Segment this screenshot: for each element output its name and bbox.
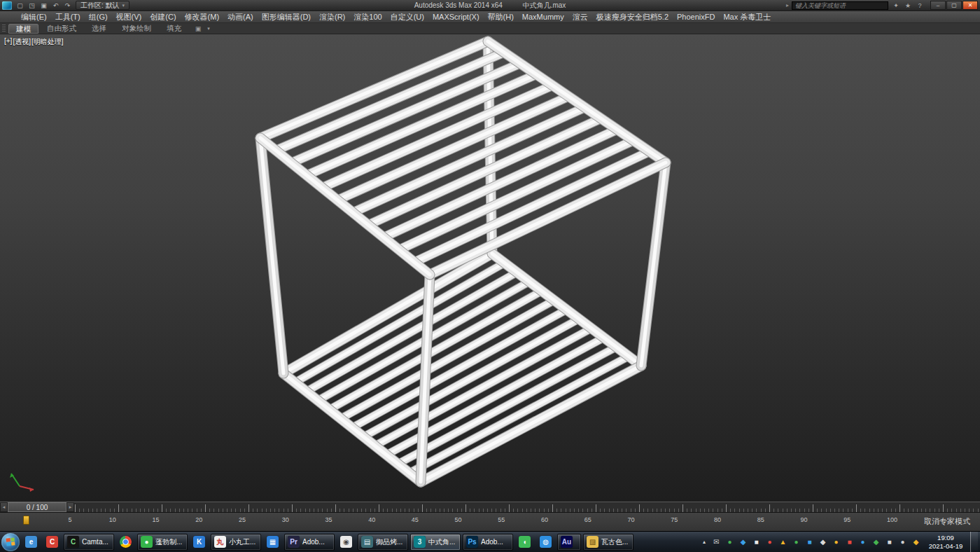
tray-icon[interactable]: ■ [804,537,815,547]
taskbar-icon-white-dot[interactable]: ◉ [337,533,356,551]
ribbon-tab[interactable]: 自由形式 [40,24,83,34]
show-desktop-button[interactable] [970,532,978,552]
tray-icon[interactable]: ■ [884,537,895,547]
menu-item[interactable]: PhoenixFD [673,11,719,22]
menu-item[interactable]: 渲染(R) [315,11,349,22]
taskbar-button-photoshop[interactable]: PsAdob... [463,534,513,551]
frame-label: 55 [498,516,505,523]
viewport[interactable]: [+] [透视] [明暗处理] [0,34,980,502]
track-bar: 5101520253035404550556065707580859095100… [0,512,980,531]
tray-icon[interactable]: ◆ [738,537,748,547]
expert-mode-button[interactable]: 取消专家模式 [920,516,974,527]
title-bar: ▢◳▣↶↷ 工作区: 默认 ▾ Autodesk 3ds Max 2014 x6… [0,0,980,11]
timeline-ruler[interactable] [75,502,980,512]
tray-expand-icon[interactable]: ▴ [700,539,708,545]
search-input[interactable] [792,1,888,10]
tray-icon[interactable]: ● [858,537,868,547]
tray-icon[interactable]: ◆ [818,537,828,547]
communication-center-icon[interactable]: ✦ [891,1,901,10]
menu-item[interactable]: 创建(C) [146,11,180,22]
taskbar-icon-wechat[interactable]: ◖ [515,533,534,551]
time-slider-handle[interactable] [23,516,29,525]
tray-icon[interactable]: ● [724,537,735,547]
prev-frame-button[interactable]: ◂ [0,502,8,512]
viewport-menu-plus[interactable]: [+] [4,37,12,47]
workspace-selector[interactable]: 工作区: 默认 ▾ [76,1,130,10]
taskbar-icon-chrome[interactable] [116,533,135,551]
folder-guse-icon: ▨ [587,536,598,548]
save-file-icon[interactable]: ▣ [38,1,49,10]
menu-item[interactable]: Max 杀毒卫士 [719,11,775,22]
ribbon-tab[interactable]: 建模 [8,24,38,34]
taskbar-icon-k-app[interactable]: K [190,533,209,551]
menu-item[interactable]: 极速瘦身安全归档5.2 [592,11,673,22]
menu-item[interactable]: 渲云 [568,11,592,22]
ribbon-tab[interactable]: 选择 [85,24,113,34]
taskbar-button-max-window[interactable]: 3中式角... [410,534,461,551]
tray-icon[interactable]: ● [831,537,841,547]
menu-item[interactable]: 渲染100 [349,11,386,22]
app-title: Autodesk 3ds Max 2014 x64 [414,1,503,9]
menu-item[interactable]: 编辑(E) [17,11,51,22]
undo-icon[interactable]: ↶ [50,1,61,10]
screen: ▢◳▣↶↷ 工作区: 默认 ▾ Autodesk 3ds Max 2014 x6… [0,0,980,552]
taskbar-button-green-recorder[interactable]: ●蓬勃制... [137,534,188,551]
menu-item[interactable]: MaxMummy [518,11,568,22]
start-button[interactable] [1,533,20,551]
open-file-icon[interactable]: ◳ [27,1,37,10]
menu-item[interactable]: 修改器(M) [181,11,224,22]
chrome-icon [120,536,132,548]
search-flyout-icon[interactable]: ▸ [786,2,789,8]
taskbar-button-audition[interactable]: Au [557,534,581,551]
maximize-button[interactable]: ▢ [946,1,962,10]
folder-yupin-icon: ▤ [361,536,373,548]
menu-item[interactable]: 图形编辑器(D) [258,11,315,22]
tray-icon[interactable]: ■ [844,537,855,547]
tray-icon[interactable]: ▲ [778,537,788,547]
menu-item[interactable]: MAXScript(X) [428,11,484,22]
minimize-button[interactable]: – [930,1,946,10]
ribbon-tools-icon[interactable]: ▣ [192,24,204,33]
infocenter-icons: ✦★? [891,1,925,10]
viewport-label: [+] [透视] [明暗处理] [4,37,64,47]
taskbar-button-folder-guse[interactable]: ▨瓦古色... [583,534,634,551]
system-tray: ▴ ✉●◆■●▲●■◆●■●◆■●◆ 19:09 2021-04-19 [700,532,979,552]
ribbon-tab[interactable]: 对象绘制 [115,24,158,34]
taskbar-button-camtasia[interactable]: CCamta... [64,534,114,551]
close-button[interactable]: ✕ [962,1,978,10]
tray-icon[interactable]: ● [897,537,908,547]
menu-item[interactable]: 自定义(U) [386,11,428,22]
taskbar-button-folder-yupin[interactable]: ▤御品烤... [358,534,408,551]
taskbar-icon-blue-globe[interactable]: ◍ [536,533,555,551]
ribbon-chevron-icon[interactable]: ▾ [205,24,212,33]
next-frame-button[interactable]: ▸ [66,502,74,512]
tray-icon[interactable]: ◆ [911,537,921,547]
menu-item[interactable]: 帮助(H) [484,11,518,22]
menu-item[interactable]: 视图(V) [112,11,146,22]
taskbar-button-xiaowan-tool[interactable]: 丸小丸工... [211,534,261,551]
tray-icon[interactable]: ■ [751,537,762,547]
ribbon-tab[interactable]: 填充 [160,24,188,34]
menu-item[interactable]: 组(G) [85,11,112,22]
timeline-ruler-row: ◂ 0 / 100 ▸ [0,502,980,512]
taskbar-clock[interactable]: 19:09 2021-04-19 [924,534,967,550]
tray-icon[interactable]: ● [764,537,775,547]
menu-item[interactable]: 动画(A) [223,11,258,22]
viewport-shading-menu[interactable]: [明暗处理] [31,37,64,47]
new-scene-icon[interactable]: ▢ [15,1,25,10]
favorites-icon[interactable]: ★ [903,1,913,10]
white-dot-icon: ◉ [340,536,352,548]
redo-icon[interactable]: ↷ [62,1,73,10]
tray-icon[interactable]: ● [791,537,802,547]
tray-icon[interactable]: ✉ [711,537,722,547]
taskbar-icon-ie[interactable]: e [22,533,41,551]
taskbar-icon-red-app[interactable]: C [43,533,62,551]
help-icon[interactable]: ? [915,1,925,10]
ribbon-grip[interactable] [2,25,6,32]
menu-item[interactable]: 工具(T) [51,11,85,22]
taskbar-button-premiere[interactable]: PrAdob... [284,534,335,551]
taskbar-icon-blue-tiles[interactable]: ▦ [263,533,282,551]
viewport-view-menu[interactable]: [透视] [13,37,31,47]
frame-label: 75 [671,516,678,523]
tray-icon[interactable]: ◆ [871,537,881,547]
